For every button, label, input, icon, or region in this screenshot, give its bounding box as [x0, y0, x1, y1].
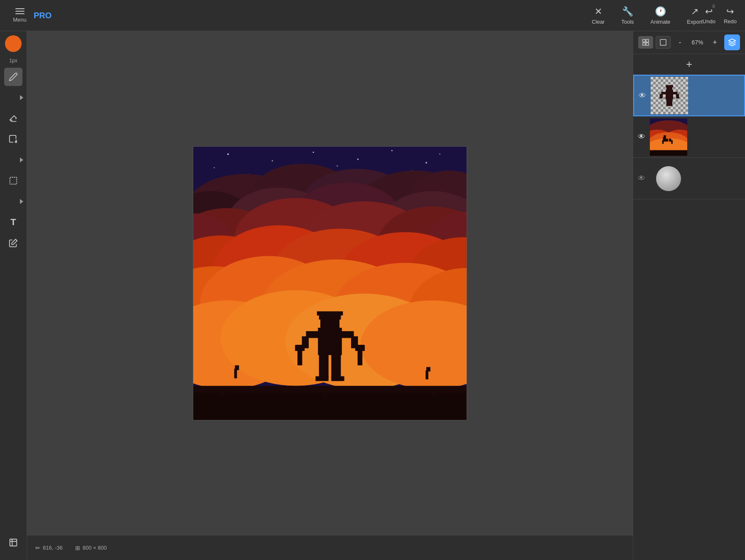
svg-rect-5	[227, 153, 229, 155]
svg-rect-2	[10, 539, 17, 546]
svg-rect-68	[295, 345, 305, 351]
eraser-tool[interactable]	[4, 109, 22, 128]
svg-rect-52	[426, 367, 430, 371]
svg-rect-84	[661, 92, 666, 94]
single-view-button[interactable]	[656, 36, 671, 49]
top-bar: Menu PRO ✕ Clear 🔧 Tools 🕐 Animate ↗ Exp…	[0, 0, 745, 31]
clear-label: Clear	[592, 19, 605, 25]
svg-rect-48	[193, 393, 467, 420]
svg-rect-73	[315, 376, 328, 381]
redo-icon: ↪	[726, 6, 734, 17]
svg-rect-7	[313, 152, 314, 152]
svg-rect-13	[214, 167, 214, 168]
clear-button[interactable]: ✕ Clear	[592, 6, 605, 25]
export-icon: ↗	[691, 6, 698, 17]
svg-rect-10	[425, 162, 427, 163]
export-button[interactable]: ↗ Export	[687, 6, 703, 25]
add-layer-button[interactable]: +	[633, 54, 745, 75]
layer-3-circle	[656, 166, 681, 191]
sidebar-bottom	[4, 533, 22, 552]
svg-rect-96	[650, 150, 687, 156]
dimensions-icon: ⊞	[75, 545, 80, 551]
bottom-bar: ✏ 816, -36 ⊞ 800 × 800	[27, 535, 633, 560]
selection-tool[interactable]	[4, 172, 22, 190]
svg-rect-58	[322, 389, 327, 391]
pencil-icon-small: ✏	[35, 545, 40, 551]
tools-icon: 🔧	[622, 6, 633, 17]
svg-rect-60	[320, 317, 339, 333]
view-buttons	[638, 36, 671, 49]
layer-1-visibility[interactable]: 👁	[634, 76, 651, 115]
svg-rect-11	[439, 153, 440, 154]
svg-rect-86	[660, 94, 663, 98]
svg-rect-54	[220, 388, 225, 390]
svg-rect-89	[669, 98, 672, 106]
cursor-coords: 816, -36	[43, 545, 63, 551]
undo-button[interactable]: ↩ 0 Undo	[703, 6, 715, 25]
zoom-value: 67%	[689, 39, 706, 46]
svg-rect-9	[391, 150, 392, 151]
menu-button[interactable]: Menu	[8, 8, 31, 23]
svg-rect-87	[676, 94, 679, 98]
layer-item-3[interactable]: 👁	[633, 158, 745, 199]
export-label: Export	[687, 19, 703, 25]
pencil-tool[interactable]	[4, 68, 22, 86]
svg-rect-62	[317, 311, 343, 315]
svg-rect-88	[666, 98, 669, 106]
coordinate-display: ✏ 816, -36	[35, 545, 63, 551]
color-swatch[interactable]	[5, 35, 22, 52]
topbar-right: ↩ 0 Undo ↪ Redo	[703, 6, 737, 25]
svg-marker-80	[729, 39, 736, 42]
right-panel-toolbar: - 67% +	[633, 31, 745, 54]
svg-rect-101	[662, 140, 664, 144]
svg-rect-98	[664, 135, 666, 137]
layer-item-1[interactable]: 👁	[633, 75, 745, 116]
layers-panel-button[interactable]	[724, 34, 740, 50]
pixel-canvas[interactable]	[193, 146, 467, 420]
svg-rect-75	[643, 39, 645, 42]
canvas-area[interactable]	[27, 31, 633, 535]
arrow-indicator-2	[4, 151, 22, 169]
layer-3-visibility[interactable]: 👁	[633, 158, 650, 199]
svg-rect-50	[235, 365, 239, 370]
fill-tool[interactable]	[4, 130, 22, 148]
eye-icon-3: 👁	[638, 174, 645, 183]
layer-item-2[interactable]: 👁	[633, 116, 745, 158]
svg-rect-99	[666, 138, 668, 141]
pro-badge: PRO	[34, 11, 52, 20]
menu-label: Menu	[13, 17, 27, 23]
svg-rect-56	[432, 388, 437, 391]
tools-button[interactable]: 🔧 Tools	[621, 6, 634, 25]
eye-icon-2: 👁	[638, 133, 645, 141]
svg-rect-102	[671, 140, 673, 144]
right-panel: - 67% + + 👁	[633, 31, 745, 560]
animate-button[interactable]: 🕐 Animate	[651, 6, 671, 25]
clear-icon: ✕	[595, 6, 602, 17]
redo-button[interactable]: ↪ Redo	[724, 6, 737, 25]
svg-rect-6	[272, 160, 273, 161]
grid-view-button[interactable]	[638, 36, 653, 49]
undo-icon: ↩	[705, 6, 713, 17]
eyedropper-tool[interactable]	[4, 234, 22, 252]
layer-1-svg	[651, 77, 688, 114]
zoom-minus-button[interactable]: -	[674, 37, 686, 48]
svg-rect-49	[234, 368, 237, 378]
brush-size-display: 1px	[9, 58, 17, 64]
text-tool[interactable]: T	[4, 213, 22, 231]
layer-2-svg	[650, 118, 687, 156]
dimensions-display: ⊞ 800 × 800	[75, 545, 107, 551]
svg-rect-79	[660, 39, 666, 45]
svg-rect-0	[10, 177, 17, 184]
animate-label: Animate	[651, 19, 671, 25]
svg-rect-55	[433, 390, 437, 396]
left-sidebar: 1px T	[0, 31, 27, 560]
layer-2-visibility[interactable]: 👁	[633, 116, 650, 157]
eye-icon-1: 👁	[639, 91, 646, 100]
svg-rect-70	[355, 345, 365, 351]
svg-rect-51	[425, 370, 428, 379]
zoom-plus-button[interactable]: +	[709, 37, 721, 48]
zoom-controls: - 67% +	[674, 37, 721, 48]
svg-rect-83	[666, 85, 673, 87]
canvas-size-tool[interactable]	[4, 533, 22, 552]
canvas-svg	[193, 147, 467, 420]
